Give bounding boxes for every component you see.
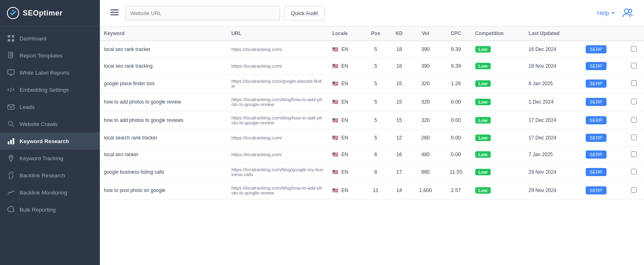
locale-cell: 🇺🇸 EN — [328, 163, 363, 181]
serp-button[interactable]: SERP — [586, 168, 607, 176]
topbar-right: Help — [597, 5, 636, 22]
quick-audit-button[interactable]: Quick Audit — [284, 6, 325, 20]
table-body: local seo rank tracker https://localrank… — [100, 41, 644, 200]
help-button[interactable]: Help — [597, 10, 615, 16]
competition-badge: Low — [475, 99, 491, 105]
col-keyword: Keyword — [100, 26, 227, 41]
url-cell: https://localranking.com/blog/how-to-add… — [227, 181, 328, 200]
url-cell: https://localranking.com/blog/google-my-… — [227, 163, 328, 181]
flag-icon: 🇺🇸 — [332, 63, 338, 69]
date-cell: 8 Jan 2025 — [525, 75, 582, 93]
sidebar-item-dashboard-label: Dashboard — [20, 35, 46, 42]
col-vol: Vol — [410, 26, 441, 41]
sidebar-item-bulk-reporting[interactable]: Bulk Reporting — [0, 201, 100, 218]
sidebar-item-keyword-tracking-label: Keyword Tracking — [20, 155, 63, 161]
col-cpc: CPC — [441, 26, 471, 41]
row-checkbox[interactable] — [631, 99, 637, 104]
locale-cell: 🇺🇸 EN — [328, 111, 363, 130]
kd-cell: 16 — [388, 146, 410, 163]
sidebar-item-backlink-monitoring[interactable]: Backlink Monitoring — [0, 184, 100, 201]
col-check — [624, 26, 644, 41]
url-cell: https://localranking.com/ — [227, 130, 328, 146]
chevron-down-icon — [611, 11, 615, 15]
serp-cell: SERP — [582, 58, 624, 75]
sidebar-item-dashboard[interactable]: Dashboard — [0, 30, 100, 47]
pos-cell: 5 — [363, 41, 388, 58]
user-avatar-button[interactable] — [620, 5, 636, 22]
sidebar-item-website-crawls[interactable]: Website Crawls — [0, 115, 100, 132]
locale-cell: 🇺🇸 EN — [328, 93, 363, 111]
competition-badge: Low — [475, 169, 491, 175]
serp-button[interactable]: SERP — [586, 62, 607, 70]
row-checkbox[interactable] — [631, 187, 637, 193]
keyword-cell: how to add photos to google reviews — [100, 111, 227, 130]
serp-button[interactable]: SERP — [586, 45, 607, 53]
pos-cell: 5 — [363, 130, 388, 146]
table-row: local seo ranker https://localranking.co… — [100, 146, 644, 163]
col-pos: Pos — [363, 26, 388, 41]
serp-button[interactable]: SERP — [586, 134, 607, 142]
col-kd: KD — [388, 26, 410, 41]
sidebar-item-embedding-settings[interactable]: Embedding Settings — [0, 81, 100, 98]
flag-icon: 🇺🇸 — [332, 99, 338, 105]
sidebar-item-white-label-reports[interactable]: White Label Reports — [0, 64, 100, 81]
competition-badge: Low — [475, 63, 491, 69]
svg-rect-14 — [110, 9, 119, 11]
sidebar-item-report-templates[interactable]: Report Templates — [0, 47, 100, 64]
competition-cell: Low — [471, 93, 525, 111]
svg-rect-11 — [10, 140, 12, 144]
select-cell — [624, 130, 644, 146]
pos-cell: 5 — [363, 75, 388, 93]
pos-cell: 5 — [363, 111, 388, 130]
bar-chart-icon — [7, 137, 15, 145]
serp-button[interactable]: SERP — [586, 150, 607, 159]
date-cell: 16 Dec 2024 — [525, 41, 582, 58]
sidebar-item-leads-label: Leads — [20, 104, 35, 110]
flag-icon: 🇺🇸 — [332, 135, 338, 141]
cpc-cell: 11.55 — [441, 163, 471, 181]
col-locale: Locale — [328, 26, 363, 41]
row-checkbox[interactable] — [631, 169, 637, 174]
file-icon — [7, 52, 15, 59]
serp-cell: SERP — [582, 130, 624, 146]
table-row: how to add photos to google review https… — [100, 93, 644, 111]
svg-rect-16 — [110, 14, 119, 15]
keyword-table: Keyword URL Locale Pos KD Vol CPC Compet… — [100, 26, 644, 200]
row-checkbox[interactable] — [631, 151, 637, 157]
serp-button[interactable]: SERP — [586, 186, 607, 194]
svg-rect-2 — [8, 35, 10, 38]
row-checkbox[interactable] — [631, 46, 637, 52]
search-magnify-icon — [7, 120, 15, 128]
sidebar-item-leads[interactable]: Leads — [0, 98, 100, 115]
flag-icon: 🇺🇸 — [332, 169, 338, 175]
chart-line-icon — [7, 189, 15, 196]
kd-cell: 12 — [388, 130, 410, 146]
sidebar-item-backlink-research[interactable]: Backlink Research — [0, 167, 100, 184]
row-checkbox[interactable] — [631, 80, 637, 86]
competition-badge: Low — [475, 80, 491, 87]
vol-cell: 390 — [410, 41, 441, 58]
url-input[interactable] — [125, 6, 280, 20]
sidebar-item-keyword-research[interactable]: Keyword Research — [0, 132, 100, 150]
competition-badge: Low — [475, 187, 491, 194]
serp-button[interactable]: SERP — [586, 98, 607, 106]
user-group-icon — [622, 7, 634, 19]
locale-cell: 🇺🇸 EN — [328, 41, 363, 58]
select-cell — [624, 163, 644, 181]
vol-cell: 320 — [410, 111, 441, 130]
date-cell: 29 Nov 2024 — [525, 163, 582, 181]
sidebar-item-keyword-tracking[interactable]: Keyword Tracking — [0, 150, 100, 167]
grid-icon — [7, 35, 15, 42]
locale-cell: 🇺🇸 EN — [328, 130, 363, 146]
email-icon — [7, 103, 15, 110]
row-checkbox[interactable] — [631, 117, 637, 123]
hamburger-button[interactable] — [108, 6, 121, 21]
competition-badge: Low — [475, 135, 491, 141]
svg-point-13 — [10, 156, 12, 158]
serp-button[interactable]: SERP — [586, 80, 607, 88]
row-checkbox[interactable] — [631, 63, 637, 68]
cpc-cell: 2.57 — [441, 181, 471, 200]
row-checkbox[interactable] — [631, 135, 637, 140]
serp-button[interactable]: SERP — [586, 116, 607, 124]
cpc-cell: 1.26 — [441, 75, 471, 93]
